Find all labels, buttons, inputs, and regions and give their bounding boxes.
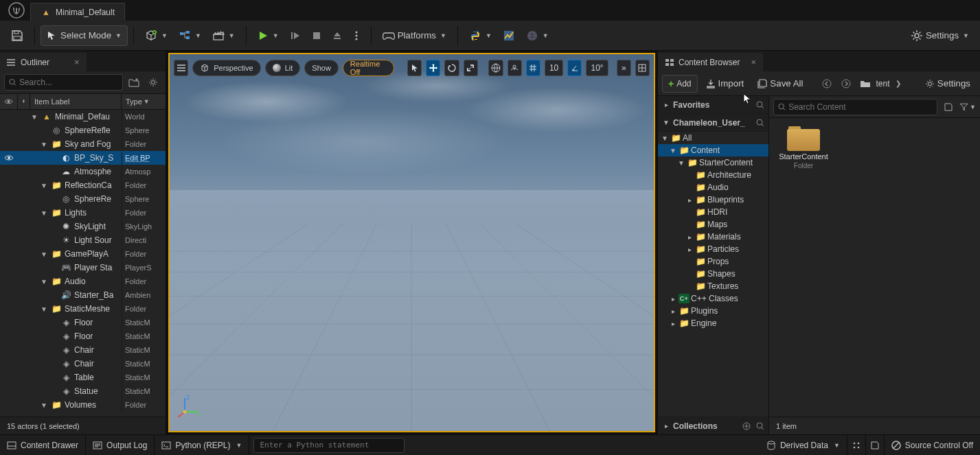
outliner-row[interactable]: ▼▲Minimal_DefauWorld — [0, 110, 166, 124]
python-repl-button[interactable]: Python (REPL)▼ — [155, 435, 249, 456]
tree-twisty[interactable]: ▸ — [685, 233, 694, 241]
outliner-row[interactable]: ◈FloorStaticM — [0, 316, 166, 329]
tree-twisty[interactable]: ▼ — [40, 179, 48, 192]
outliner-row[interactable]: ◎SphereRefleSphere — [0, 124, 166, 137]
search-icon[interactable] — [756, 101, 764, 109]
tree-twisty[interactable] — [685, 184, 694, 191]
rotate-tool[interactable] — [444, 60, 459, 76]
perspective-button[interactable]: Perspective — [192, 60, 260, 76]
surface-snap-button[interactable] — [508, 60, 522, 76]
step-button[interactable] — [284, 25, 306, 46]
save-filter-button[interactable] — [940, 99, 957, 115]
tree-twisty[interactable]: ▼ — [40, 275, 48, 288]
outliner-search-input[interactable] — [19, 78, 118, 87]
tree-twisty[interactable]: ▸ — [669, 320, 677, 327]
eject-button[interactable] — [327, 25, 347, 46]
visibility-toggle[interactable] — [0, 154, 18, 161]
outliner-row[interactable]: ◈ChairStaticM — [0, 343, 166, 357]
coord-space-button[interactable] — [488, 60, 503, 76]
tree-twisty[interactable]: ▼ — [677, 159, 685, 167]
source-tree-row[interactable]: 📁Shapes — [658, 268, 768, 280]
source-tree-row[interactable]: 📁Props — [658, 255, 768, 268]
viewport-maximize-button[interactable] — [635, 60, 650, 76]
favorites-section[interactable]: ▸ Favorites — [658, 96, 768, 114]
cb-settings-button[interactable]: Settings — [920, 73, 976, 94]
search-icon[interactable] — [756, 422, 764, 430]
item-label-header[interactable]: Item Label — [30, 94, 122, 109]
tree-twisty[interactable]: ▼ — [40, 303, 48, 316]
tool-button-b[interactable]: ▼ — [521, 25, 554, 46]
tree-twisty[interactable] — [685, 209, 694, 216]
cinematics-button[interactable]: ▼ — [207, 25, 240, 46]
close-icon[interactable]: × — [751, 57, 756, 67]
viewport-overflow-button[interactable]: » — [617, 60, 631, 76]
grid-snap-button[interactable] — [526, 60, 540, 76]
show-button[interactable]: Show — [304, 60, 339, 76]
history-back-button[interactable] — [819, 75, 835, 92]
history-forward-button[interactable] — [838, 75, 854, 92]
blueprints-button[interactable]: ▼ — [173, 25, 207, 46]
sources-tree[interactable]: ▼📁All▼📁Content▼📁StarterContent 📁Architec… — [658, 132, 768, 417]
pin-column-icon[interactable] — [18, 94, 30, 109]
outliner-row[interactable]: ◈StatueStaticM — [0, 384, 166, 398]
assets-search[interactable] — [773, 99, 937, 115]
select-tool[interactable] — [407, 60, 422, 76]
level-tab[interactable]: ▲ Minimal_Default — [30, 3, 125, 21]
outliner-tree[interactable]: ▼▲Minimal_DefauWorld◎SphereRefleSphere▼📁… — [0, 110, 166, 417]
outliner-row[interactable]: ◈ChairStaticM — [0, 357, 166, 371]
tree-twisty[interactable] — [685, 283, 694, 290]
outliner-row[interactable]: 🔊Starter_BaAmbien — [0, 288, 166, 302]
chevron-right-icon[interactable]: ❯ — [896, 80, 901, 87]
search-icon[interactable] — [756, 119, 764, 127]
outliner-row[interactable]: ☁AtmospheAtmosp — [0, 165, 166, 178]
plus-circle-icon[interactable] — [742, 422, 751, 430]
source-tree-row[interactable]: ▸📁Materials — [658, 231, 768, 243]
platforms-button[interactable]: Platforms▼ — [377, 25, 452, 46]
realtime-off-badge[interactable]: Realtime Off — [343, 60, 394, 76]
grid4-icon[interactable] — [847, 435, 866, 456]
path-crumb[interactable]: tent — [876, 79, 890, 89]
source-control-button[interactable]: Source Control Off — [885, 435, 980, 456]
tree-twisty[interactable]: ▼ — [661, 135, 669, 142]
outliner-row[interactable]: ▼📁ReflectionCaFolder — [0, 178, 166, 192]
source-tree-row[interactable]: ▸📁Engine — [658, 317, 768, 329]
path-folder-icon[interactable] — [857, 75, 874, 92]
output-log-button[interactable]: Output Log — [86, 435, 155, 456]
play-button[interactable]: ▼ — [252, 25, 284, 46]
outliner-row[interactable]: ▼📁LightsFolder — [0, 206, 166, 220]
outliner-row[interactable]: ✺SkyLightSkyLigh — [0, 220, 166, 233]
python-input[interactable] — [254, 439, 404, 452]
add-button[interactable]: +Add — [662, 75, 698, 93]
collections-section[interactable]: ▸ Collections — [658, 417, 768, 434]
angle-snap-button[interactable] — [567, 60, 582, 76]
tree-twisty[interactable]: ▼ — [30, 110, 38, 124]
tree-twisty[interactable]: ▼ — [669, 147, 677, 154]
tree-twisty[interactable] — [685, 258, 694, 266]
asset-grid[interactable]: StarterContentFolder — [769, 118, 980, 417]
visibility-column-icon[interactable] — [0, 94, 18, 109]
play-options-button[interactable] — [347, 25, 365, 46]
tree-twisty[interactable]: ▸ — [669, 295, 677, 303]
content-browser-tab[interactable]: Content Browser × — [658, 53, 763, 71]
type-header[interactable]: Type ▼ — [122, 94, 166, 109]
outliner-search[interactable] — [4, 74, 123, 91]
outliner-row[interactable]: ▼📁StaticMesheFolder — [0, 302, 166, 316]
level-viewport[interactable]: Perspective Lit Show Realtime Off 10 10°… — [168, 53, 655, 432]
outliner-tab[interactable]: Outliner × — [0, 53, 87, 71]
outliner-row[interactable]: ☀Light SourDirecti — [0, 233, 166, 247]
import-button[interactable]: Import — [700, 73, 750, 94]
outliner-row[interactable]: 🎮Player StaPlayerS — [0, 261, 166, 275]
viewport-menu-button[interactable] — [174, 60, 188, 76]
translate-tool[interactable] — [426, 60, 440, 76]
assets-search-input[interactable] — [788, 102, 933, 112]
filter-button[interactable]: ▼ — [959, 99, 976, 115]
source-tree-row[interactable]: 📁HDRI — [658, 206, 768, 218]
scale-tool[interactable] — [464, 60, 478, 76]
python-input-wrap[interactable] — [253, 438, 404, 453]
add-actor-button[interactable]: ▼ — [139, 25, 173, 46]
outliner-row[interactable]: ◎SphereReSphere — [0, 192, 166, 206]
source-tree-row[interactable]: ▼📁Content — [658, 144, 768, 156]
asset-item[interactable]: StarterContentFolder — [776, 125, 831, 170]
outliner-row[interactable]: ▼📁VolumesFolder — [0, 398, 166, 412]
outliner-row[interactable]: ◈FloorStaticM — [0, 329, 166, 343]
